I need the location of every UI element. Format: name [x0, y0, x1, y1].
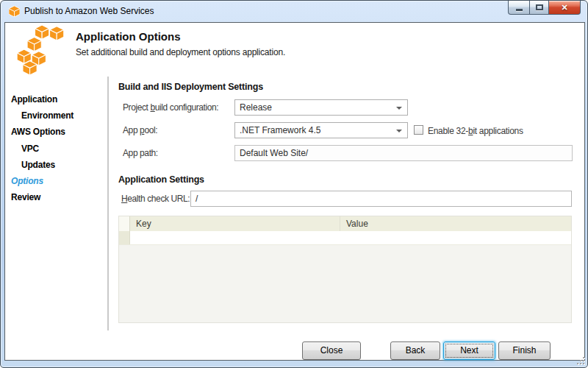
- close-wizard-button[interactable]: Close: [302, 342, 361, 360]
- health-check-label: Health check URL:: [121, 191, 190, 207]
- next-button[interactable]: Next: [443, 342, 495, 360]
- app-pool-label: App pool:: [123, 122, 157, 138]
- window-controls: ✕: [509, 1, 581, 15]
- grid-col-value[interactable]: Value: [340, 216, 571, 231]
- publish-wizard-window: Publish to Amazon Web Services ✕ Applica…: [0, 0, 588, 368]
- maximize-icon: [536, 4, 543, 10]
- chevron-down-icon: [396, 130, 402, 132]
- appsettings-grid: Key Value: [118, 216, 572, 323]
- finish-button[interactable]: Finish: [498, 342, 551, 360]
- section-heading-app-settings: Application Settings: [118, 174, 204, 185]
- chevron-down-icon: [396, 107, 402, 110]
- sidebar-item-review[interactable]: Review: [11, 192, 40, 202]
- close-button[interactable]: ✕: [548, 1, 581, 15]
- sidebar-item-options[interactable]: Options: [11, 176, 43, 186]
- maximize-button[interactable]: [529, 1, 549, 15]
- grid-select-all-cell[interactable]: [119, 216, 130, 231]
- build-config-select[interactable]: Release: [234, 99, 408, 116]
- app-path-label: App path:: [123, 145, 158, 161]
- resize-grip[interactable]: [576, 355, 584, 364]
- sidebar-item-vpc[interactable]: VPC: [21, 144, 39, 154]
- back-button[interactable]: Back: [390, 342, 440, 360]
- build-config-value: Release: [240, 102, 272, 113]
- grid-row-selector[interactable]: [119, 231, 130, 244]
- section-heading-build: Build and IIS Deployment Settings: [118, 82, 263, 92]
- app-pool-select[interactable]: .NET Framework 4.5: [234, 122, 408, 138]
- grid-header: Key Value: [119, 216, 571, 231]
- window-title: Publish to Amazon Web Services: [24, 6, 154, 16]
- aws-logo-icon: [17, 25, 68, 75]
- enable-32bit-checkbox[interactable]: [414, 125, 423, 135]
- grid-new-row[interactable]: [119, 231, 571, 245]
- build-config-label: Project build configuration:: [123, 99, 218, 116]
- health-check-field[interactable]: /: [190, 191, 572, 207]
- aws-cube-icon: [9, 6, 20, 17]
- minimize-button[interactable]: [508, 1, 530, 15]
- sidebar-item-environment[interactable]: Environment: [21, 110, 74, 121]
- app-pool-value: .NET Framework 4.5: [240, 125, 320, 135]
- page-subtitle: Set additional build and deployment opti…: [76, 47, 285, 57]
- minimize-icon: [516, 9, 523, 11]
- page-title: Application Options: [76, 30, 181, 43]
- grid-col-key[interactable]: Key: [130, 216, 340, 231]
- sidebar-divider: [107, 77, 109, 330]
- sidebar-item-updates[interactable]: Updates: [21, 160, 55, 170]
- sidebar-item-aws-options[interactable]: AWS Options: [11, 127, 65, 137]
- app-path-field[interactable]: Default Web Site/: [234, 145, 573, 161]
- titlebar[interactable]: Publish to Amazon Web Services ✕: [1, 1, 587, 22]
- sidebar-item-application[interactable]: Application: [11, 94, 57, 105]
- enable-32bit-label: Enable 32-bit applications: [428, 126, 523, 136]
- close-icon: ✕: [561, 1, 567, 14]
